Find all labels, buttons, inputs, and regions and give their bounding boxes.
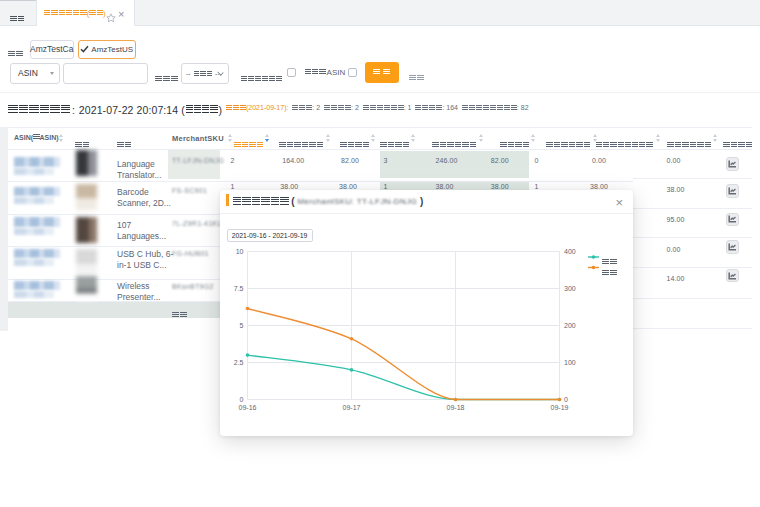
svg-text:09-16: 09-16 — [238, 403, 256, 410]
svg-text:5: 5 — [239, 322, 243, 329]
svg-text:7.5: 7.5 — [233, 285, 243, 292]
svg-text:10: 10 — [235, 248, 243, 255]
svg-text:09-18: 09-18 — [446, 403, 464, 410]
svg-text:300: 300 — [564, 285, 576, 292]
svg-text:400: 400 — [564, 248, 576, 255]
svg-text:100: 100 — [564, 359, 576, 366]
svg-text:200: 200 — [564, 322, 576, 329]
svg-text:0: 0 — [239, 396, 243, 403]
svg-text:2.5: 2.5 — [233, 359, 243, 366]
svg-text:09-19: 09-19 — [550, 403, 568, 410]
svg-text:0: 0 — [564, 396, 568, 403]
svg-text:09-17: 09-17 — [342, 403, 360, 410]
